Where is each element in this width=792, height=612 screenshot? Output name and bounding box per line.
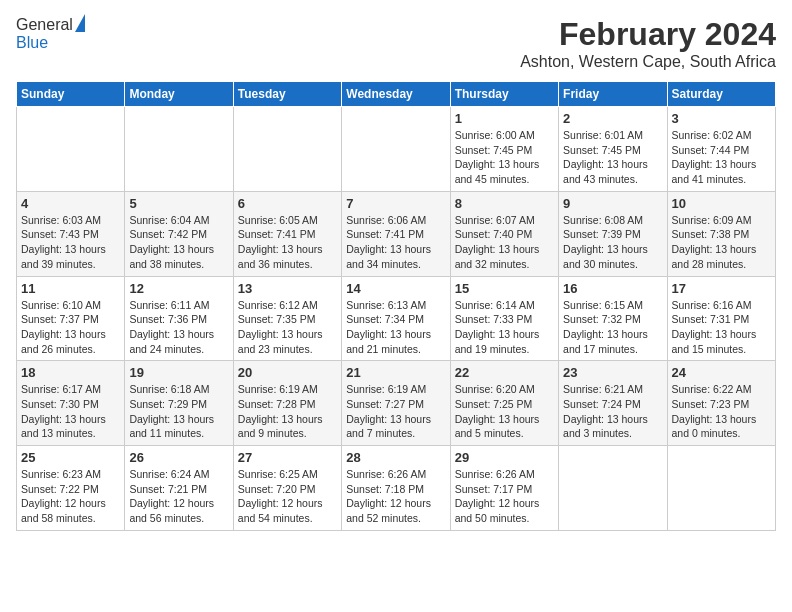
calendar-cell: 3Sunrise: 6:02 AM Sunset: 7:44 PM Daylig… bbox=[667, 107, 775, 192]
calendar-cell: 27Sunrise: 6:25 AM Sunset: 7:20 PM Dayli… bbox=[233, 446, 341, 531]
calendar-cell: 5Sunrise: 6:04 AM Sunset: 7:42 PM Daylig… bbox=[125, 191, 233, 276]
day-info: Sunrise: 6:05 AM Sunset: 7:41 PM Dayligh… bbox=[238, 213, 337, 272]
day-info: Sunrise: 6:26 AM Sunset: 7:18 PM Dayligh… bbox=[346, 467, 445, 526]
day-number: 28 bbox=[346, 450, 445, 465]
calendar-cell bbox=[233, 107, 341, 192]
calendar-cell: 19Sunrise: 6:18 AM Sunset: 7:29 PM Dayli… bbox=[125, 361, 233, 446]
day-info: Sunrise: 6:02 AM Sunset: 7:44 PM Dayligh… bbox=[672, 128, 771, 187]
day-info: Sunrise: 6:07 AM Sunset: 7:40 PM Dayligh… bbox=[455, 213, 554, 272]
day-info: Sunrise: 6:03 AM Sunset: 7:43 PM Dayligh… bbox=[21, 213, 120, 272]
day-info: Sunrise: 6:16 AM Sunset: 7:31 PM Dayligh… bbox=[672, 298, 771, 357]
day-info: Sunrise: 6:24 AM Sunset: 7:21 PM Dayligh… bbox=[129, 467, 228, 526]
day-number: 9 bbox=[563, 196, 662, 211]
day-number: 13 bbox=[238, 281, 337, 296]
location-title: Ashton, Western Cape, South Africa bbox=[520, 53, 776, 71]
day-info: Sunrise: 6:13 AM Sunset: 7:34 PM Dayligh… bbox=[346, 298, 445, 357]
day-number: 1 bbox=[455, 111, 554, 126]
calendar-cell: 21Sunrise: 6:19 AM Sunset: 7:27 PM Dayli… bbox=[342, 361, 450, 446]
calendar-week-row: 25Sunrise: 6:23 AM Sunset: 7:22 PM Dayli… bbox=[17, 446, 776, 531]
day-info: Sunrise: 6:21 AM Sunset: 7:24 PM Dayligh… bbox=[563, 382, 662, 441]
calendar-cell: 23Sunrise: 6:21 AM Sunset: 7:24 PM Dayli… bbox=[559, 361, 667, 446]
day-number: 10 bbox=[672, 196, 771, 211]
calendar-cell: 1Sunrise: 6:00 AM Sunset: 7:45 PM Daylig… bbox=[450, 107, 558, 192]
day-info: Sunrise: 6:26 AM Sunset: 7:17 PM Dayligh… bbox=[455, 467, 554, 526]
calendar-cell: 16Sunrise: 6:15 AM Sunset: 7:32 PM Dayli… bbox=[559, 276, 667, 361]
day-number: 27 bbox=[238, 450, 337, 465]
col-header-monday: Monday bbox=[125, 82, 233, 107]
calendar-cell: 18Sunrise: 6:17 AM Sunset: 7:30 PM Dayli… bbox=[17, 361, 125, 446]
calendar-cell: 12Sunrise: 6:11 AM Sunset: 7:36 PM Dayli… bbox=[125, 276, 233, 361]
day-number: 23 bbox=[563, 365, 662, 380]
calendar-cell: 24Sunrise: 6:22 AM Sunset: 7:23 PM Dayli… bbox=[667, 361, 775, 446]
calendar-cell bbox=[17, 107, 125, 192]
calendar-cell bbox=[559, 446, 667, 531]
col-header-sunday: Sunday bbox=[17, 82, 125, 107]
calendar-cell: 2Sunrise: 6:01 AM Sunset: 7:45 PM Daylig… bbox=[559, 107, 667, 192]
day-info: Sunrise: 6:06 AM Sunset: 7:41 PM Dayligh… bbox=[346, 213, 445, 272]
calendar-cell: 26Sunrise: 6:24 AM Sunset: 7:21 PM Dayli… bbox=[125, 446, 233, 531]
logo: General Blue bbox=[16, 16, 85, 52]
calendar-cell: 8Sunrise: 6:07 AM Sunset: 7:40 PM Daylig… bbox=[450, 191, 558, 276]
calendar-cell: 4Sunrise: 6:03 AM Sunset: 7:43 PM Daylig… bbox=[17, 191, 125, 276]
col-header-tuesday: Tuesday bbox=[233, 82, 341, 107]
day-info: Sunrise: 6:14 AM Sunset: 7:33 PM Dayligh… bbox=[455, 298, 554, 357]
calendar-cell: 17Sunrise: 6:16 AM Sunset: 7:31 PM Dayli… bbox=[667, 276, 775, 361]
calendar-cell bbox=[342, 107, 450, 192]
calendar-week-row: 4Sunrise: 6:03 AM Sunset: 7:43 PM Daylig… bbox=[17, 191, 776, 276]
day-info: Sunrise: 6:25 AM Sunset: 7:20 PM Dayligh… bbox=[238, 467, 337, 526]
day-number: 16 bbox=[563, 281, 662, 296]
day-number: 7 bbox=[346, 196, 445, 211]
day-info: Sunrise: 6:19 AM Sunset: 7:28 PM Dayligh… bbox=[238, 382, 337, 441]
day-number: 11 bbox=[21, 281, 120, 296]
day-info: Sunrise: 6:22 AM Sunset: 7:23 PM Dayligh… bbox=[672, 382, 771, 441]
logo-general-text: General bbox=[16, 16, 73, 34]
day-number: 4 bbox=[21, 196, 120, 211]
day-info: Sunrise: 6:20 AM Sunset: 7:25 PM Dayligh… bbox=[455, 382, 554, 441]
calendar-cell: 14Sunrise: 6:13 AM Sunset: 7:34 PM Dayli… bbox=[342, 276, 450, 361]
day-info: Sunrise: 6:19 AM Sunset: 7:27 PM Dayligh… bbox=[346, 382, 445, 441]
day-info: Sunrise: 6:04 AM Sunset: 7:42 PM Dayligh… bbox=[129, 213, 228, 272]
calendar-cell: 29Sunrise: 6:26 AM Sunset: 7:17 PM Dayli… bbox=[450, 446, 558, 531]
title-block: February 2024 Ashton, Western Cape, Sout… bbox=[520, 16, 776, 71]
page-header: General Blue February 2024 Ashton, Weste… bbox=[16, 16, 776, 71]
day-number: 26 bbox=[129, 450, 228, 465]
col-header-saturday: Saturday bbox=[667, 82, 775, 107]
day-info: Sunrise: 6:10 AM Sunset: 7:37 PM Dayligh… bbox=[21, 298, 120, 357]
day-number: 6 bbox=[238, 196, 337, 211]
day-number: 29 bbox=[455, 450, 554, 465]
col-header-friday: Friday bbox=[559, 82, 667, 107]
logo-triangle-icon bbox=[75, 14, 85, 32]
day-number: 3 bbox=[672, 111, 771, 126]
day-number: 20 bbox=[238, 365, 337, 380]
day-info: Sunrise: 6:23 AM Sunset: 7:22 PM Dayligh… bbox=[21, 467, 120, 526]
calendar-cell: 22Sunrise: 6:20 AM Sunset: 7:25 PM Dayli… bbox=[450, 361, 558, 446]
calendar-cell: 6Sunrise: 6:05 AM Sunset: 7:41 PM Daylig… bbox=[233, 191, 341, 276]
day-number: 19 bbox=[129, 365, 228, 380]
calendar-cell bbox=[125, 107, 233, 192]
col-header-wednesday: Wednesday bbox=[342, 82, 450, 107]
day-number: 18 bbox=[21, 365, 120, 380]
col-header-thursday: Thursday bbox=[450, 82, 558, 107]
day-number: 15 bbox=[455, 281, 554, 296]
calendar-cell: 20Sunrise: 6:19 AM Sunset: 7:28 PM Dayli… bbox=[233, 361, 341, 446]
calendar-cell: 13Sunrise: 6:12 AM Sunset: 7:35 PM Dayli… bbox=[233, 276, 341, 361]
day-info: Sunrise: 6:15 AM Sunset: 7:32 PM Dayligh… bbox=[563, 298, 662, 357]
day-number: 5 bbox=[129, 196, 228, 211]
day-number: 22 bbox=[455, 365, 554, 380]
day-info: Sunrise: 6:18 AM Sunset: 7:29 PM Dayligh… bbox=[129, 382, 228, 441]
calendar-cell: 9Sunrise: 6:08 AM Sunset: 7:39 PM Daylig… bbox=[559, 191, 667, 276]
calendar-header-row: SundayMondayTuesdayWednesdayThursdayFrid… bbox=[17, 82, 776, 107]
calendar-cell: 15Sunrise: 6:14 AM Sunset: 7:33 PM Dayli… bbox=[450, 276, 558, 361]
calendar-cell: 10Sunrise: 6:09 AM Sunset: 7:38 PM Dayli… bbox=[667, 191, 775, 276]
day-info: Sunrise: 6:11 AM Sunset: 7:36 PM Dayligh… bbox=[129, 298, 228, 357]
day-number: 8 bbox=[455, 196, 554, 211]
calendar-table: SundayMondayTuesdayWednesdayThursdayFrid… bbox=[16, 81, 776, 531]
calendar-cell: 28Sunrise: 6:26 AM Sunset: 7:18 PM Dayli… bbox=[342, 446, 450, 531]
calendar-cell: 7Sunrise: 6:06 AM Sunset: 7:41 PM Daylig… bbox=[342, 191, 450, 276]
day-number: 17 bbox=[672, 281, 771, 296]
day-info: Sunrise: 6:08 AM Sunset: 7:39 PM Dayligh… bbox=[563, 213, 662, 272]
calendar-cell: 25Sunrise: 6:23 AM Sunset: 7:22 PM Dayli… bbox=[17, 446, 125, 531]
day-number: 25 bbox=[21, 450, 120, 465]
calendar-cell bbox=[667, 446, 775, 531]
calendar-week-row: 18Sunrise: 6:17 AM Sunset: 7:30 PM Dayli… bbox=[17, 361, 776, 446]
